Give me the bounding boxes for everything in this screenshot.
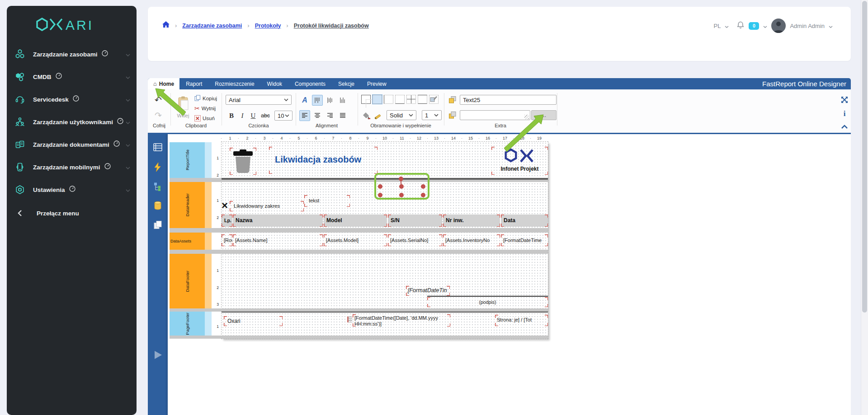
copy-button[interactable]: Kopiuj — [193, 94, 218, 103]
band-splitter[interactable] — [170, 250, 548, 254]
table-header-sn[interactable]: S/N — [388, 214, 442, 227]
align-center-button[interactable] — [312, 110, 323, 121]
border-all-button[interactable] — [361, 95, 371, 104]
border-left-button[interactable] — [384, 95, 393, 104]
collapse-toolbar-button[interactable] — [839, 122, 850, 131]
valign-center-button[interactable] — [325, 95, 335, 106]
bell-icon[interactable] — [736, 21, 745, 31]
pages-copy-icon[interactable] — [153, 220, 163, 230]
footer-page-number-object[interactable]: Strona: je] / [Tot — [495, 315, 548, 326]
bring-to-front-button[interactable] — [447, 94, 458, 105]
tab-home[interactable]: ⌂ Home — [148, 78, 179, 89]
report-tree-icon[interactable] — [153, 182, 163, 191]
sidebar-item-zarzadzanie-zasobami[interactable]: Zarządzanie zasobami — [7, 43, 137, 65]
sidebar-item-zarzadzanie-mobilnymi[interactable]: Zarządzanie mobilnymi — [7, 156, 137, 178]
table-header-nrinw[interactable]: Nr inw. — [443, 214, 500, 227]
selection-handle[interactable] — [421, 193, 425, 197]
avatar[interactable] — [771, 19, 786, 33]
close-x-object[interactable]: × — [222, 201, 231, 211]
report-title-object[interactable]: Likwidacja zasobów — [269, 147, 377, 174]
selection-handle[interactable] — [399, 193, 404, 197]
valign-bottom-button[interactable] — [337, 95, 348, 106]
selection-handle[interactable] — [378, 184, 382, 189]
expression-more-button[interactable]: ... — [531, 110, 557, 120]
sidebar-item-zarzadzanie-uzytkownikami[interactable]: Zarządzanie użytkownikami — [7, 111, 137, 133]
fill-color-button[interactable] — [361, 111, 372, 121]
band-data-footer[interactable]: DataFooter — [170, 254, 205, 308]
tab-preview[interactable]: Preview — [361, 78, 393, 89]
band-report-title[interactable]: ReportTitle — [170, 142, 205, 178]
table-header-lp[interactable]: Lp. — [222, 214, 232, 227]
tab-widok[interactable]: Widok — [261, 78, 288, 89]
field-assets-inventoryno[interactable]: [Assets.InventoryNo — [443, 234, 500, 246]
align-justify-button[interactable] — [337, 110, 348, 121]
sidebar-item-zarzadzanie-dokumentami[interactable]: Zarządzanie dokumentami — [7, 133, 137, 156]
band-splitter[interactable] — [170, 308, 548, 312]
breadcrumb-link-protokoly[interactable]: Protokoły — [255, 23, 281, 29]
cut-button[interactable]: ✂ Wytnij — [193, 104, 217, 113]
selection-handle[interactable] — [378, 193, 382, 197]
sidebar-toggle-menu[interactable]: Przełącz menu — [7, 202, 137, 224]
band-data-header[interactable]: DataHeader — [170, 182, 205, 228]
strikethrough-button[interactable]: abc — [259, 110, 272, 121]
run-preview-icon[interactable] — [153, 350, 163, 360]
paste-button[interactable]: Wklej — [174, 93, 192, 121]
scope-label-object[interactable]: Likwidowany zakres — [230, 201, 304, 211]
band-page-footer[interactable]: PageFooter — [170, 312, 205, 336]
expression-input[interactable] — [460, 110, 530, 120]
font-size-select[interactable]: 10 — [274, 111, 292, 121]
sidebar-item-ustawienia[interactable]: Ustawienia — [7, 178, 137, 201]
field-assets-model[interactable]: [Assets.Model] — [324, 234, 387, 246]
italic-button[interactable]: I — [237, 110, 247, 121]
border-top-bottom-button[interactable] — [418, 95, 427, 104]
tab-components[interactable]: Components — [288, 78, 332, 89]
footer-datetime-object[interactable]: [FormatDateTime([Date], 'dd.MM.yyyy HH:m… — [353, 314, 450, 326]
align-left-button[interactable] — [299, 110, 310, 121]
properties-icon[interactable] — [153, 142, 163, 152]
field-assets-name[interactable]: [Assets.Name] — [233, 234, 323, 246]
scrollbar-thumb[interactable] — [862, 1, 867, 312]
tab-raport[interactable]: Raport — [179, 78, 208, 89]
sidebar-item-servicedesk[interactable]: Servicedesk — [7, 88, 137, 111]
selection-handle[interactable] — [421, 184, 425, 189]
redo-button[interactable]: ↷ — [151, 109, 165, 121]
valign-top-button[interactable] — [312, 95, 323, 106]
field-row-number[interactable]: [Row — [222, 234, 232, 246]
footer-date-object[interactable]: [FormatDateTin — [406, 286, 450, 296]
signature-caption-object[interactable]: (podpis) — [427, 297, 548, 307]
footer-brand-object[interactable]: Oxari — [224, 316, 283, 326]
border-none-button[interactable] — [373, 95, 382, 104]
user-name[interactable]: Admin Admin — [790, 23, 825, 29]
chevron-down-icon[interactable] — [829, 22, 833, 30]
align-right-button[interactable] — [325, 110, 335, 121]
sidebar-item-cmdb[interactable]: CMDB — [7, 65, 137, 88]
table-header-data[interactable]: Data — [501, 214, 548, 227]
undo-button[interactable]: ↶ — [151, 94, 165, 106]
delete-button[interactable]: × Usuń — [193, 114, 216, 123]
object-name-input[interactable] — [460, 95, 557, 105]
line-width-select[interactable]: 1 — [422, 110, 442, 120]
band-splitter[interactable] — [170, 336, 548, 339]
breadcrumb-link-zasoby[interactable]: Zarządzanie zasobami — [182, 23, 242, 29]
field-formatdatetime[interactable]: [FormatDateTime — [501, 234, 548, 246]
field-assets-serialno[interactable]: [Assets.SerialNo] — [388, 234, 442, 246]
border-bottom-button[interactable] — [395, 95, 405, 104]
underline-button[interactable]: U — [248, 110, 258, 121]
table-header-model[interactable]: Model — [324, 214, 387, 227]
line-color-button[interactable] — [373, 111, 384, 121]
page-scrollbar[interactable] — [861, 0, 868, 415]
tab-sekcje[interactable]: Sekcje — [332, 78, 361, 89]
events-lightning-icon[interactable] — [153, 162, 163, 172]
font-color-button[interactable]: A — [299, 95, 310, 106]
chevron-down-icon[interactable] — [725, 22, 729, 30]
fullscreen-button[interactable] — [839, 94, 850, 106]
selection-handle[interactable] — [399, 184, 404, 189]
border-color-button[interactable] — [429, 95, 439, 104]
info-button[interactable]: i — [840, 108, 849, 119]
send-to-back-button[interactable] — [447, 110, 458, 121]
table-header-nazwa[interactable]: Nazwa — [233, 214, 323, 227]
bold-button[interactable]: B — [226, 110, 236, 121]
data-source-icon[interactable] — [153, 201, 163, 210]
line-style-select[interactable]: Solid — [387, 110, 416, 120]
border-inner-button[interactable] — [406, 95, 416, 104]
